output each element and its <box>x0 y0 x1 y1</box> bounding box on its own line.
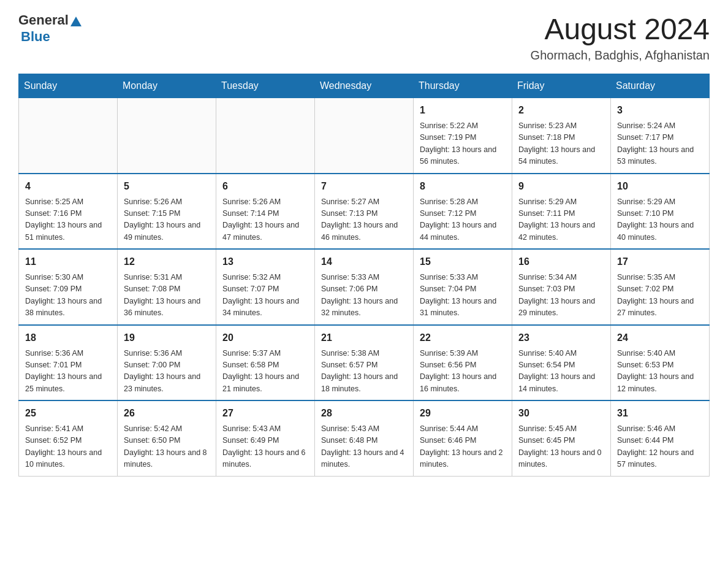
day-info: Sunrise: 5:29 AM Sunset: 7:10 PM Dayligh… <box>617 196 703 244</box>
calendar-cell <box>315 98 414 174</box>
day-number: 8 <box>420 179 506 194</box>
day-info: Sunrise: 5:36 AM Sunset: 7:01 PM Dayligh… <box>25 348 111 396</box>
header: General Blue August 2024 Ghormach, Badgh… <box>18 12 710 63</box>
title-area: August 2024 Ghormach, Badghis, Afghanist… <box>531 12 710 63</box>
day-info: Sunrise: 5:44 AM Sunset: 6:46 PM Dayligh… <box>420 423 506 471</box>
day-number: 15 <box>420 255 506 269</box>
month-title: August 2024 <box>531 12 710 46</box>
day-info: Sunrise: 5:26 AM Sunset: 7:15 PM Dayligh… <box>124 196 210 244</box>
calendar-cell: 6Sunrise: 5:26 AM Sunset: 7:14 PM Daylig… <box>216 174 315 250</box>
calendar-cell: 22Sunrise: 5:39 AM Sunset: 6:56 PM Dayli… <box>414 325 512 401</box>
day-number: 1 <box>420 103 506 118</box>
day-info: Sunrise: 5:23 AM Sunset: 7:18 PM Dayligh… <box>518 120 604 168</box>
day-info: Sunrise: 5:22 AM Sunset: 7:19 PM Dayligh… <box>420 120 506 168</box>
calendar-cell: 31Sunrise: 5:46 AM Sunset: 6:44 PM Dayli… <box>611 400 710 476</box>
day-info: Sunrise: 5:33 AM Sunset: 7:06 PM Dayligh… <box>321 272 407 320</box>
logo-icon <box>69 15 83 29</box>
day-info: Sunrise: 5:32 AM Sunset: 7:07 PM Dayligh… <box>222 272 308 320</box>
day-number: 14 <box>321 255 407 269</box>
day-number: 10 <box>617 179 703 194</box>
day-header-monday: Monday <box>118 74 216 98</box>
day-header-sunday: Sunday <box>19 74 118 98</box>
week-row-4: 18Sunrise: 5:36 AM Sunset: 7:01 PM Dayli… <box>19 325 710 401</box>
calendar-cell: 8Sunrise: 5:28 AM Sunset: 7:12 PM Daylig… <box>414 174 512 250</box>
day-number: 11 <box>25 255 111 269</box>
day-number: 24 <box>617 331 703 345</box>
logo: General Blue <box>18 12 83 45</box>
day-number: 18 <box>25 331 111 345</box>
day-number: 13 <box>222 255 308 269</box>
day-number: 12 <box>124 255 210 269</box>
calendar-cell: 2Sunrise: 5:23 AM Sunset: 7:18 PM Daylig… <box>512 98 611 174</box>
calendar-cell: 20Sunrise: 5:37 AM Sunset: 6:58 PM Dayli… <box>216 325 315 401</box>
day-number: 7 <box>321 179 407 194</box>
day-number: 6 <box>222 179 308 194</box>
calendar-cell <box>118 98 216 174</box>
calendar-cell: 11Sunrise: 5:30 AM Sunset: 7:09 PM Dayli… <box>19 249 118 325</box>
day-number: 30 <box>518 406 604 421</box>
day-number: 21 <box>321 331 407 345</box>
day-number: 31 <box>617 406 703 421</box>
logo-text: General Blue <box>18 12 83 45</box>
logo-general: General <box>18 12 69 28</box>
day-info: Sunrise: 5:40 AM Sunset: 6:54 PM Dayligh… <box>518 348 604 396</box>
day-info: Sunrise: 5:37 AM Sunset: 6:58 PM Dayligh… <box>222 348 308 396</box>
day-number: 9 <box>518 179 604 194</box>
calendar-cell: 30Sunrise: 5:45 AM Sunset: 6:45 PM Dayli… <box>512 400 611 476</box>
logo-blue: Blue <box>21 29 50 44</box>
day-info: Sunrise: 5:27 AM Sunset: 7:13 PM Dayligh… <box>321 196 407 244</box>
calendar-cell: 5Sunrise: 5:26 AM Sunset: 7:15 PM Daylig… <box>118 174 216 250</box>
calendar-cell: 12Sunrise: 5:31 AM Sunset: 7:08 PM Dayli… <box>118 249 216 325</box>
day-info: Sunrise: 5:26 AM Sunset: 7:14 PM Dayligh… <box>222 196 308 244</box>
day-info: Sunrise: 5:46 AM Sunset: 6:44 PM Dayligh… <box>617 423 703 471</box>
day-info: Sunrise: 5:28 AM Sunset: 7:12 PM Dayligh… <box>420 196 506 244</box>
day-number: 22 <box>420 331 506 345</box>
day-info: Sunrise: 5:42 AM Sunset: 6:50 PM Dayligh… <box>124 423 210 471</box>
calendar-cell: 26Sunrise: 5:42 AM Sunset: 6:50 PM Dayli… <box>118 400 216 476</box>
location-title: Ghormach, Badghis, Afghanistan <box>531 48 710 63</box>
calendar-cell: 7Sunrise: 5:27 AM Sunset: 7:13 PM Daylig… <box>315 174 414 250</box>
day-number: 23 <box>518 331 604 345</box>
calendar-cell: 3Sunrise: 5:24 AM Sunset: 7:17 PM Daylig… <box>611 98 710 174</box>
calendar-cell: 18Sunrise: 5:36 AM Sunset: 7:01 PM Dayli… <box>19 325 118 401</box>
calendar-cell: 28Sunrise: 5:43 AM Sunset: 6:48 PM Dayli… <box>315 400 414 476</box>
day-info: Sunrise: 5:38 AM Sunset: 6:57 PM Dayligh… <box>321 348 407 396</box>
day-number: 17 <box>617 255 703 269</box>
calendar-cell: 29Sunrise: 5:44 AM Sunset: 6:46 PM Dayli… <box>414 400 512 476</box>
day-number: 26 <box>124 406 210 421</box>
calendar-cell: 25Sunrise: 5:41 AM Sunset: 6:52 PM Dayli… <box>19 400 118 476</box>
week-row-1: 1Sunrise: 5:22 AM Sunset: 7:19 PM Daylig… <box>19 98 710 174</box>
day-info: Sunrise: 5:36 AM Sunset: 7:00 PM Dayligh… <box>124 348 210 396</box>
calendar-cell: 21Sunrise: 5:38 AM Sunset: 6:57 PM Dayli… <box>315 325 414 401</box>
calendar-table: SundayMondayTuesdayWednesdayThursdayFrid… <box>18 74 710 477</box>
day-header-wednesday: Wednesday <box>315 74 414 98</box>
day-info: Sunrise: 5:45 AM Sunset: 6:45 PM Dayligh… <box>518 423 604 471</box>
week-row-2: 4Sunrise: 5:25 AM Sunset: 7:16 PM Daylig… <box>19 174 710 250</box>
day-number: 29 <box>420 406 506 421</box>
day-info: Sunrise: 5:39 AM Sunset: 6:56 PM Dayligh… <box>420 348 506 396</box>
week-row-5: 25Sunrise: 5:41 AM Sunset: 6:52 PM Dayli… <box>19 400 710 476</box>
day-number: 2 <box>518 103 604 118</box>
day-info: Sunrise: 5:33 AM Sunset: 7:04 PM Dayligh… <box>420 272 506 320</box>
day-header-saturday: Saturday <box>611 74 710 98</box>
calendar-cell: 1Sunrise: 5:22 AM Sunset: 7:19 PM Daylig… <box>414 98 512 174</box>
svg-marker-0 <box>70 17 82 26</box>
calendar-cell <box>19 98 118 174</box>
day-info: Sunrise: 5:31 AM Sunset: 7:08 PM Dayligh… <box>124 272 210 320</box>
calendar-cell: 23Sunrise: 5:40 AM Sunset: 6:54 PM Dayli… <box>512 325 611 401</box>
day-info: Sunrise: 5:40 AM Sunset: 6:53 PM Dayligh… <box>617 348 703 396</box>
day-number: 20 <box>222 331 308 345</box>
calendar-cell <box>216 98 315 174</box>
day-number: 19 <box>124 331 210 345</box>
calendar-cell: 16Sunrise: 5:34 AM Sunset: 7:03 PM Dayli… <box>512 249 611 325</box>
calendar-cell: 13Sunrise: 5:32 AM Sunset: 7:07 PM Dayli… <box>216 249 315 325</box>
day-info: Sunrise: 5:30 AM Sunset: 7:09 PM Dayligh… <box>25 272 111 320</box>
calendar-cell: 4Sunrise: 5:25 AM Sunset: 7:16 PM Daylig… <box>19 174 118 250</box>
calendar-cell: 10Sunrise: 5:29 AM Sunset: 7:10 PM Dayli… <box>611 174 710 250</box>
day-number: 25 <box>25 406 111 421</box>
day-number: 4 <box>25 179 111 194</box>
day-info: Sunrise: 5:29 AM Sunset: 7:11 PM Dayligh… <box>518 196 604 244</box>
calendar-cell: 15Sunrise: 5:33 AM Sunset: 7:04 PM Dayli… <box>414 249 512 325</box>
day-number: 16 <box>518 255 604 269</box>
day-info: Sunrise: 5:35 AM Sunset: 7:02 PM Dayligh… <box>617 272 703 320</box>
